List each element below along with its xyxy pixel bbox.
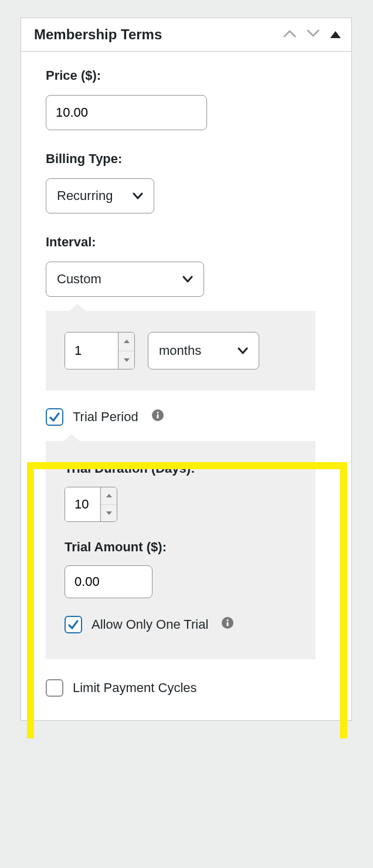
triangle-up-icon bbox=[106, 494, 112, 497]
price-input[interactable] bbox=[46, 95, 207, 130]
price-block: Price ($): bbox=[46, 68, 345, 130]
trial-period-label: Trial Period bbox=[73, 409, 138, 425]
triangle-down-icon bbox=[106, 511, 112, 515]
interval-unit-select[interactable]: months bbox=[148, 332, 259, 369]
allow-one-trial-row: Allow Only One Trial bbox=[65, 616, 299, 633]
svg-rect-5 bbox=[227, 622, 229, 626]
triangle-down-icon bbox=[124, 358, 130, 362]
limit-payment-cycles-checkbox[interactable] bbox=[46, 679, 63, 697]
check-icon bbox=[49, 411, 60, 423]
billing-type-label: Billing Type: bbox=[46, 151, 345, 167]
stepper-up-button[interactable] bbox=[101, 487, 117, 505]
check-icon bbox=[67, 619, 79, 630]
interval-count-input[interactable] bbox=[65, 333, 118, 369]
membership-terms-panel: Membership Terms Price ($): Billing Type… bbox=[21, 18, 352, 721]
collapse-icon[interactable] bbox=[330, 31, 341, 38]
trial-period-checkbox[interactable] bbox=[46, 408, 63, 426]
svg-point-4 bbox=[227, 619, 229, 621]
stepper-up-button[interactable] bbox=[118, 333, 134, 351]
trial-duration-input[interactable] bbox=[65, 487, 100, 521]
chevron-down-icon bbox=[133, 191, 143, 201]
trial-duration-stepper[interactable] bbox=[65, 487, 117, 522]
interval-unit-value: months bbox=[159, 343, 201, 358]
trial-amount-label: Trial Amount ($): bbox=[65, 540, 299, 555]
panel-title: Membership Terms bbox=[34, 26, 283, 43]
chevron-down-icon bbox=[238, 345, 248, 356]
interval-custom-box: months bbox=[46, 311, 316, 391]
interval-block: Interval: Custom months bbox=[46, 235, 345, 391]
interval-count-stepper[interactable] bbox=[65, 332, 135, 369]
limit-payment-cycles-row: Limit Payment Cycles bbox=[46, 679, 345, 697]
stepper-down-button[interactable] bbox=[118, 351, 134, 369]
move-up-icon[interactable] bbox=[283, 29, 296, 40]
trial-duration-label: Trial Duration (Days): bbox=[65, 461, 299, 476]
triangle-up-icon bbox=[124, 340, 130, 343]
info-icon[interactable] bbox=[221, 616, 234, 633]
panel-body: Price ($): Billing Type: Recurring Inter… bbox=[21, 52, 351, 720]
svg-rect-2 bbox=[157, 415, 158, 419]
allow-one-trial-checkbox[interactable] bbox=[65, 616, 82, 633]
billing-type-value: Recurring bbox=[57, 188, 113, 204]
allow-one-trial-label: Allow Only One Trial bbox=[91, 617, 208, 632]
panel-header-controls bbox=[283, 29, 341, 40]
price-label: Price ($): bbox=[46, 68, 345, 83]
billing-type-select[interactable]: Recurring bbox=[46, 178, 154, 213]
chevron-down-icon bbox=[182, 274, 193, 284]
info-icon[interactable] bbox=[151, 409, 164, 425]
limit-payment-cycles-label: Limit Payment Cycles bbox=[73, 680, 197, 696]
move-down-icon[interactable] bbox=[307, 29, 320, 40]
svg-point-1 bbox=[157, 412, 158, 413]
stepper-down-button[interactable] bbox=[101, 505, 117, 522]
interval-select[interactable]: Custom bbox=[46, 262, 204, 297]
interval-value: Custom bbox=[57, 272, 101, 287]
interval-label: Interval: bbox=[46, 235, 345, 250]
trial-period-row: Trial Period bbox=[46, 408, 345, 426]
trial-amount-input[interactable] bbox=[65, 565, 152, 598]
panel-header: Membership Terms bbox=[21, 18, 351, 52]
trial-settings-box: Trial Duration (Days): Trial Amount ($): bbox=[46, 441, 316, 659]
billing-type-block: Billing Type: Recurring bbox=[46, 151, 345, 213]
